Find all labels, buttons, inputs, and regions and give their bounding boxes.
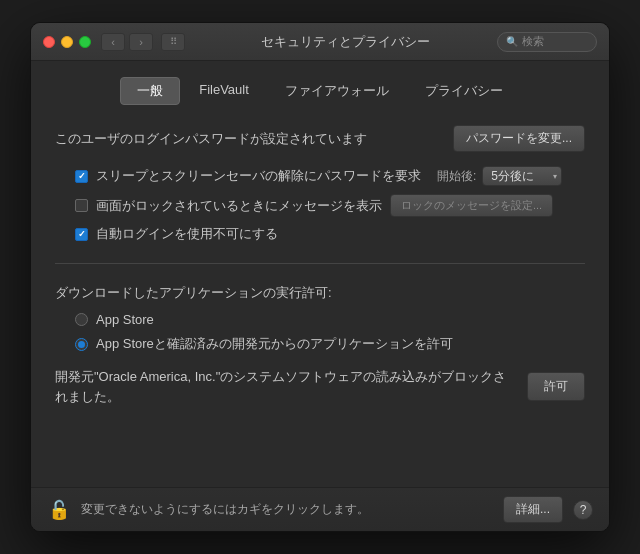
general-section: このユーザのログインパスワードが設定されています パスワードを変更... スリー…	[55, 125, 585, 471]
screensaver-inline-control: 開始後: 5分後に 1分後に 2分後に 10分後に 15分後に ▾	[437, 166, 562, 186]
radio-appstore[interactable]	[75, 313, 88, 326]
radio-appstore-label: App Store	[96, 312, 154, 327]
download-label: ダウンロードしたアプリケーションの実行許可:	[55, 284, 585, 302]
tab-bar: 一般 FileVault ファイアウォール プライバシー	[55, 77, 585, 105]
change-password-button[interactable]: パスワードを変更...	[453, 125, 585, 152]
screensaver-dropdown-wrapper: 5分後に 1分後に 2分後に 10分後に 15分後に ▾	[482, 166, 562, 186]
oracle-row: 開発元"Oracle America, Inc."のシステムソフトウェアの読み込…	[55, 367, 585, 406]
tab-firewall[interactable]: ファイアウォール	[268, 77, 406, 105]
tab-privacy[interactable]: プライバシー	[408, 77, 520, 105]
radio-row-appstore: App Store	[55, 312, 585, 327]
allow-button[interactable]: 許可	[527, 372, 585, 401]
tab-general[interactable]: 一般	[120, 77, 180, 105]
login-password-text: このユーザのログインパスワードが設定されています	[55, 130, 367, 148]
traffic-lights	[43, 36, 91, 48]
search-icon: 🔍	[506, 36, 518, 47]
lock-icon[interactable]: 🔓	[47, 498, 71, 522]
screensaver-dropdown[interactable]: 5分後に 1分後に 2分後に 10分後に 15分後に	[482, 166, 562, 186]
close-button[interactable]	[43, 36, 55, 48]
screensaver-start-label: 開始後:	[437, 168, 476, 185]
section-divider	[55, 263, 585, 264]
titlebar: ‹ › ⠿ セキュリティとプライバシー 🔍 検索	[31, 23, 609, 61]
checkbox-lock-message[interactable]	[75, 199, 88, 212]
checkbox-row-autologin: 自動ログインを使用不可にする	[55, 225, 585, 243]
grid-button[interactable]: ⠿	[161, 33, 185, 51]
radio-appstore-identified-label: App Storeと確認済みの開発元からのアプリケーションを許可	[96, 335, 453, 353]
help-button[interactable]: ?	[573, 500, 593, 520]
back-button[interactable]: ‹	[101, 33, 125, 51]
tab-filevault[interactable]: FileVault	[182, 77, 266, 105]
forward-button[interactable]: ›	[129, 33, 153, 51]
checkbox-row-lock-message: 画面がロックされているときにメッセージを表示 ロックのメッセージを設定...	[55, 194, 585, 217]
details-button[interactable]: 詳細...	[503, 496, 563, 523]
checkbox-row-screensaver: スリープとスクリーンセーバの解除にパスワードを要求 開始後: 5分後に 1分後に…	[55, 166, 585, 186]
checkbox-screensaver[interactable]	[75, 170, 88, 183]
checkbox-autologin-label: 自動ログインを使用不可にする	[96, 225, 278, 243]
nav-buttons: ‹ ›	[101, 33, 153, 51]
radio-row-appstore-identified: App Storeと確認済みの開発元からのアプリケーションを許可	[55, 335, 585, 353]
bottom-bar: 🔓 変更できないようにするにはカギをクリックします。 詳細... ?	[31, 487, 609, 531]
maximize-button[interactable]	[79, 36, 91, 48]
login-password-row: このユーザのログインパスワードが設定されています パスワードを変更...	[55, 125, 585, 152]
bottom-text: 変更できないようにするにはカギをクリックします。	[81, 501, 493, 518]
content-area: 一般 FileVault ファイアウォール プライバシー このユーザのログインパ…	[31, 61, 609, 487]
set-lock-message-button: ロックのメッセージを設定...	[390, 194, 553, 217]
checkbox-screensaver-label: スリープとスクリーンセーバの解除にパスワードを要求	[96, 167, 421, 185]
oracle-text: 開発元"Oracle America, Inc."のシステムソフトウェアの読み込…	[55, 367, 515, 406]
window-title: セキュリティとプライバシー	[193, 33, 497, 51]
radio-appstore-identified[interactable]	[75, 338, 88, 351]
checkbox-autologin[interactable]	[75, 228, 88, 241]
search-placeholder: 検索	[522, 34, 544, 49]
minimize-button[interactable]	[61, 36, 73, 48]
main-window: ‹ › ⠿ セキュリティとプライバシー 🔍 検索 一般 FileVault ファ…	[30, 22, 610, 532]
checkbox-lock-message-label: 画面がロックされているときにメッセージを表示	[96, 197, 382, 215]
search-box[interactable]: 🔍 検索	[497, 32, 597, 52]
